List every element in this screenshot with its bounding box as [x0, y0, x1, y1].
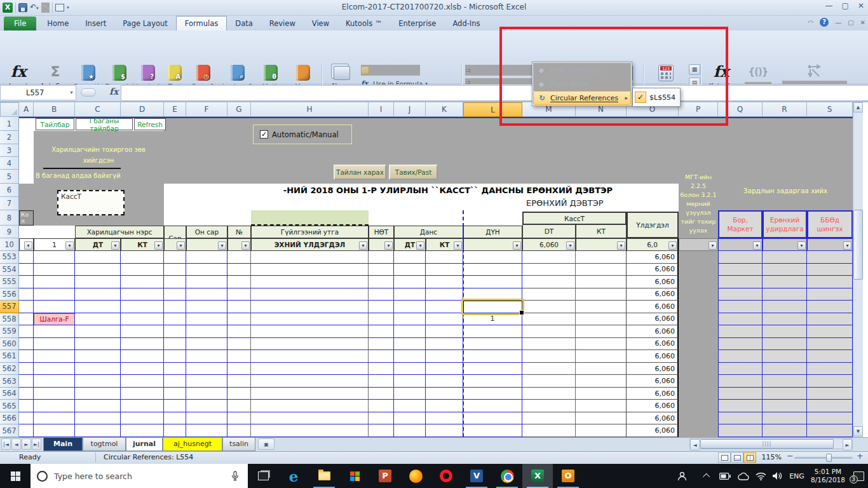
cell-N566[interactable] [576, 412, 627, 425]
scroll-down-icon[interactable]: ▼ [853, 426, 863, 437]
header-eronhii-udirdlaga[interactable]: Ерөнхийудирдлага [763, 210, 807, 238]
row-header-563[interactable]: 563 [0, 375, 19, 388]
cell-N560[interactable] [576, 338, 627, 351]
name-box[interactable]: L557 [0, 85, 76, 100]
cell-Q559[interactable] [718, 325, 763, 338]
cell-H555[interactable] [251, 276, 369, 288]
cell-A554[interactable] [19, 264, 34, 276]
save-button[interactable] [18, 3, 27, 12]
column-header-E[interactable]: E [164, 102, 186, 117]
microphone-icon[interactable] [231, 471, 239, 481]
row-header-554[interactable]: 554 [0, 264, 19, 276]
cell-H563[interactable] [251, 375, 369, 388]
cell-O558[interactable]: 6,060 [627, 313, 679, 326]
filter-dropdown-icon[interactable]: ▾ [24, 241, 32, 250]
cell-J555[interactable] [394, 276, 426, 288]
cell-F567[interactable] [186, 424, 227, 437]
cell-E554[interactable] [164, 264, 186, 276]
cell-B556[interactable] [34, 288, 75, 301]
cell-S559[interactable] [807, 325, 853, 338]
cell-R564[interactable] [763, 388, 807, 400]
column-header-R[interactable]: R [763, 102, 807, 117]
cell-L556[interactable] [463, 288, 522, 301]
undo-button[interactable]: ↶▾ [30, 3, 39, 13]
view-page-layout-button[interactable] [731, 452, 743, 463]
filter-dropdown-icon[interactable]: ▾ [241, 241, 250, 250]
cell-O563[interactable]: 6,060 [627, 375, 679, 388]
scroll-up-icon[interactable]: ▲ [853, 102, 863, 112]
cell-G567[interactable] [227, 424, 251, 437]
filter-dropdown-icon[interactable]: ▾ [454, 241, 462, 250]
cell-L561[interactable] [463, 350, 522, 363]
cell-C565[interactable] [75, 400, 121, 412]
cell-G563[interactable] [227, 375, 251, 388]
cell-O566[interactable]: 6,060 [627, 412, 679, 425]
cell-A557[interactable] [19, 301, 34, 313]
cell-I556[interactable] [369, 288, 394, 301]
cell-R557[interactable] [763, 301, 807, 313]
row-header-558[interactable]: 558 [0, 313, 19, 326]
cell-O567[interactable]: 6,060 [627, 424, 679, 437]
filter-dropdown-icon[interactable]: ▾ [177, 241, 185, 250]
cell-R558[interactable] [763, 313, 807, 326]
row-header-555[interactable]: 555 [0, 276, 19, 288]
cell-F563[interactable] [186, 375, 227, 388]
filter-dropdown-icon[interactable]: ▾ [154, 241, 163, 250]
cell-R559[interactable] [763, 325, 807, 338]
cell-C564[interactable] [75, 388, 121, 400]
taskbar-search[interactable]: Type here to search [31, 464, 248, 488]
excel-app-icon[interactable]: X [3, 3, 13, 13]
cell-F553[interactable] [186, 251, 227, 264]
cell-F555[interactable] [186, 276, 227, 288]
cell-L554[interactable] [463, 264, 522, 276]
cell-A560[interactable] [19, 338, 34, 351]
cell-J556[interactable] [394, 288, 426, 301]
cell-G555[interactable] [227, 276, 251, 288]
row-header-9[interactable]: 9 [0, 226, 19, 238]
cell-S567[interactable] [807, 424, 853, 437]
cell-B555[interactable] [34, 276, 75, 288]
cell-Q560[interactable] [718, 338, 763, 351]
task-view-button[interactable] [248, 464, 278, 488]
taskbar-store[interactable] [339, 464, 370, 488]
cell-F554[interactable] [186, 264, 227, 276]
row-header-562[interactable]: 562 [0, 363, 19, 376]
cell-F565[interactable] [186, 400, 227, 412]
cell-S562[interactable] [807, 363, 853, 376]
cell-R562[interactable] [763, 363, 807, 376]
form-toolbar-icon[interactable] [55, 4, 64, 11]
cell-G554[interactable] [227, 264, 251, 276]
cell-I553[interactable] [369, 251, 394, 264]
filter-cell-d10[interactable]: КТ▾ [121, 238, 164, 251]
cell-B553[interactable] [34, 251, 75, 264]
cell-S566[interactable] [807, 412, 853, 425]
cell-O554[interactable]: 6,060 [627, 264, 679, 276]
cell-D559[interactable] [121, 325, 164, 338]
cell-N561[interactable] [576, 350, 627, 363]
cell-D561[interactable] [121, 350, 164, 363]
column-header-C[interactable]: C [75, 102, 121, 117]
header-dans[interactable]: Данс [394, 226, 463, 238]
cell-B559[interactable] [34, 325, 75, 338]
cell-M558[interactable] [522, 313, 576, 326]
taskbar-visio[interactable]: V [461, 464, 492, 488]
cell-C563[interactable] [75, 375, 121, 388]
cell-E561[interactable] [164, 350, 186, 363]
row-header-5[interactable]: 5 [0, 170, 19, 184]
cell-I562[interactable] [369, 363, 394, 376]
row-header-10[interactable]: 10 [0, 238, 19, 251]
row-header-566[interactable]: 566 [0, 412, 19, 425]
cell-F558[interactable] [186, 313, 227, 326]
cell-S564[interactable] [807, 388, 853, 400]
cell-L557[interactable] [463, 301, 522, 313]
filter-cell-r10[interactable]: ▾ [763, 238, 807, 251]
cell-Q566[interactable] [718, 412, 763, 425]
people-icon[interactable] [672, 464, 691, 488]
cell-G562[interactable] [227, 363, 251, 376]
cell-S556[interactable] [807, 288, 853, 301]
cell-C554[interactable] [75, 264, 121, 276]
cell-M563[interactable] [522, 375, 576, 388]
cell-K559[interactable] [426, 325, 463, 338]
cell-A567[interactable] [19, 424, 34, 437]
customize-qat-button[interactable]: ▾ [67, 3, 69, 12]
